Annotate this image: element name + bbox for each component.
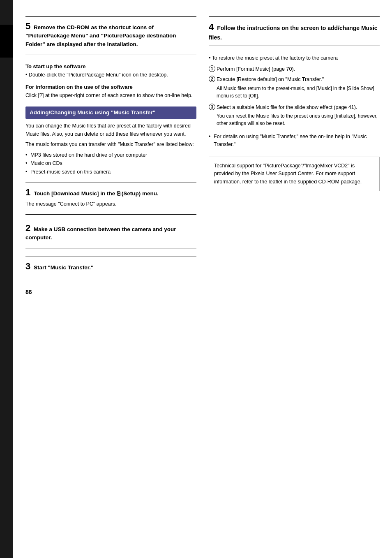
step1-title: Touch [Download Music] in the ⎘ (Setup) … (34, 190, 159, 197)
tech-box: Technical support for "PicturePackage"/"… (209, 157, 380, 191)
bullet-2: Music on CDs (25, 160, 196, 167)
step3-number: 3 (25, 261, 30, 271)
right-column: 4 Follow the instructions on the screen … (209, 16, 380, 542)
startup-body: • Double-click the "PicturePackage Menu"… (25, 71, 196, 79)
footer-bullet: For details on using "Music Transfer," s… (209, 133, 380, 148)
step3-title: Start "Music Transfer." (34, 264, 94, 271)
restore-item-3-content: Select a suitable Music file for the sli… (217, 104, 380, 129)
tech-box-text: Technical support for "PicturePackage"/"… (214, 163, 362, 185)
restore-intro-text: • To restore the music preset at the fac… (209, 55, 338, 61)
step4-number: 4 (209, 22, 214, 32)
left-column: 5 Remove the CD-ROM as the shortcut icon… (25, 16, 196, 542)
formats-intro: The music formats you can transfer with … (25, 141, 196, 148)
info-body: Click [?] at the upper-right corner of e… (25, 92, 196, 100)
restore-item-1-text: Perform [Format Music] (page 70). (217, 65, 380, 73)
footer-bullet-text: For details on using "Music Transfer," s… (214, 134, 367, 147)
step1-number: 1 (25, 187, 30, 197)
step3-block: 3 Start "Music Transfer." (25, 257, 196, 272)
step4-title: 4 Follow the instructions on the screen … (209, 21, 380, 42)
page-container: 5 Remove the CD-ROM as the shortcut icon… (0, 0, 392, 558)
two-column-layout: 5 Remove the CD-ROM as the shortcut icon… (25, 16, 380, 542)
restore-item-1: 1 Perform [Format Music] (page 70). (209, 65, 380, 73)
startup-title: To start up the software (25, 63, 196, 69)
left-tab-inner (0, 25, 13, 58)
highlight-box-title: Adding/Changing Music using "Music Trans… (30, 109, 192, 117)
step1-body: The message "Connect to PC" appears. (25, 200, 196, 208)
restore-item-3-subnote: You can reset the Music files to the pre… (217, 112, 380, 127)
bullet-3: Preset-music saved on this camera (25, 168, 196, 176)
restore-item-2-content: Execute [Restore defaults] on "Music Tra… (217, 76, 380, 101)
step2-title: Make a USB connection between the camera… (25, 226, 176, 241)
step2-block: 2 Make a USB connection between the came… (25, 223, 196, 249)
step4-title-text: Follow the instructions on the screen to… (209, 25, 378, 41)
circled-1: 1 (209, 65, 215, 72)
circled-3: 3 (209, 104, 215, 110)
step2-number: 2 (25, 223, 30, 233)
step5-block: 5 Remove the CD-ROM as the shortcut icon… (25, 16, 196, 55)
restore-item-2: 2 Execute [Restore defaults] on "Music T… (209, 76, 380, 101)
restore-items: 1 Perform [Format Music] (page 70). 2 Ex… (209, 65, 380, 129)
page-number: 86 (25, 289, 32, 295)
step5-number: 5 (25, 21, 30, 31)
step4-block: 4 Follow the instructions on the screen … (209, 16, 380, 46)
music-intro: You can change the Music files that are … (25, 122, 196, 138)
divider-1 (25, 183, 196, 183)
startup-section: To start up the software • Double-click … (25, 63, 196, 79)
restore-item-2-text: Execute [Restore defaults] on "Music Tra… (217, 76, 380, 83)
page-number-area: 86 (25, 272, 196, 295)
music-bullets: MP3 files stored on the hard drive of yo… (25, 151, 196, 176)
step4-divider (209, 46, 380, 46)
circled-2: 2 (209, 76, 215, 82)
left-tab (0, 0, 13, 558)
info-section: For information on the use of the softwa… (25, 84, 196, 100)
restore-item-3: 3 Select a suitable Music file for the s… (209, 104, 380, 129)
restore-intro: • To restore the music preset at the fac… (209, 54, 380, 62)
content-area: 5 Remove the CD-ROM as the shortcut icon… (13, 0, 392, 558)
info-title: For information on the use of the softwa… (25, 84, 196, 90)
step5-title: Remove the CD-ROM as the shortcut icons … (25, 24, 176, 47)
step1-block: 1 Touch [Download Music] in the ⎘ (Setup… (25, 187, 196, 215)
highlight-box: Adding/Changing Music using "Music Trans… (25, 107, 196, 119)
restore-item-2-subnote: All Music files return to the preset-mus… (217, 85, 380, 100)
restore-item-3-text: Select a suitable Music file for the sli… (217, 104, 380, 111)
bullet-1: MP3 files stored on the hard drive of yo… (25, 151, 196, 159)
